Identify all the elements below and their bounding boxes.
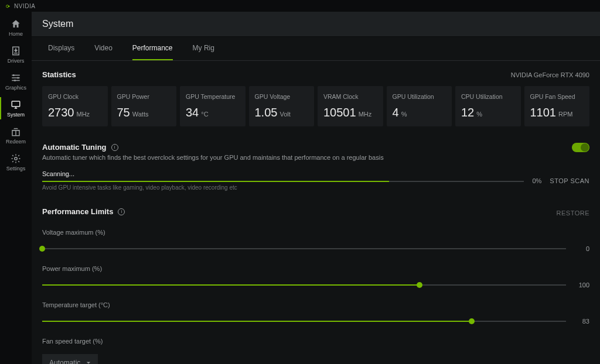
tab-displays[interactable]: Displays xyxy=(48,37,74,60)
download-icon xyxy=(11,46,21,56)
svg-rect-3 xyxy=(12,101,20,107)
stop-scan-button[interactable]: STOP SCAN xyxy=(550,177,589,184)
slider-value: 100 xyxy=(573,281,589,289)
stat-unit: Watts xyxy=(132,111,149,118)
svg-point-1 xyxy=(17,77,19,78)
sidebar-item-redeem[interactable]: Redeem xyxy=(0,122,32,149)
stat-value: 1.05 xyxy=(255,106,278,119)
stat-label: GPU Power xyxy=(117,93,171,100)
tab-my-rig[interactable]: My Rig xyxy=(193,37,214,60)
stat-card: GPU Clock2730MHz xyxy=(42,86,108,126)
sidebar-item-label: Settings xyxy=(6,166,26,171)
stat-value: 10501 xyxy=(323,106,356,119)
sidebar-item-home[interactable]: Home xyxy=(0,14,32,41)
restore-button[interactable]: RESTORE xyxy=(557,210,589,217)
fan-speed-label: Fan speed target (%) xyxy=(42,338,589,345)
stat-value: 2730 xyxy=(48,106,74,119)
slider-fill xyxy=(42,284,420,286)
monitor-icon xyxy=(11,99,21,110)
info-icon[interactable]: i xyxy=(118,208,125,215)
stat-value: 75 xyxy=(117,106,130,119)
svg-point-5 xyxy=(15,157,18,160)
performance-limits-title: Performance Limits xyxy=(42,207,113,216)
sidebar-item-label: Home xyxy=(9,31,23,37)
scan-hint: Avoid GPU intensive tasks like gaming, v… xyxy=(42,184,524,191)
sidebar-item-label: Redeem xyxy=(6,139,26,145)
fan-speed-row: Fan speed target (%) Automatic xyxy=(42,338,589,364)
stat-label: GPU Voltage xyxy=(255,93,309,100)
slider-label: Temperature target (°C) xyxy=(42,301,589,308)
slider-track[interactable] xyxy=(42,248,566,249)
gift-icon xyxy=(11,126,21,137)
performance-limits-section: Performance Limits i RESTORE Voltage max… xyxy=(42,207,589,364)
stat-label: GPU Clock xyxy=(48,93,102,100)
sidebar-item-graphics[interactable]: Graphics xyxy=(0,68,32,95)
stat-unit: MHz xyxy=(77,111,90,118)
chevron-down-icon xyxy=(86,360,91,364)
brand-bar: NVIDIA xyxy=(0,0,600,12)
stat-unit: Volt xyxy=(279,111,290,118)
slider-track[interactable] xyxy=(42,284,566,286)
scan-progress-fill xyxy=(42,181,389,182)
stat-label: GPU Utilization xyxy=(393,93,446,100)
stat-card: GPU Power75Watts xyxy=(111,86,177,126)
main: System Displays Video Performance My Rig… xyxy=(32,12,600,364)
slider-track[interactable] xyxy=(42,321,566,322)
slider-fill xyxy=(42,321,472,322)
slider-value: 83 xyxy=(573,318,589,325)
statistics-grid: GPU Clock2730MHzGPU Power75WattsGPU Temp… xyxy=(42,86,589,126)
automatic-tuning-title: Automatic Tuning xyxy=(42,143,107,152)
fan-speed-selected: Automatic xyxy=(49,359,80,364)
slider-row: Voltage maximum (%)0 xyxy=(42,229,589,252)
page-title: System xyxy=(42,19,589,29)
tab-video[interactable]: Video xyxy=(94,37,112,60)
scanning-label: Scanning... xyxy=(42,170,524,177)
gpu-name: NVIDIA GeForce RTX 4090 xyxy=(511,71,589,78)
slider-label: Power maximum (%) xyxy=(42,265,589,272)
scan-progress-track xyxy=(42,181,524,182)
stat-value: 34 xyxy=(186,106,199,119)
stat-label: VRAM Clock xyxy=(323,93,377,100)
stat-value: 4 xyxy=(393,106,399,119)
stat-unit: % xyxy=(401,111,407,118)
stat-value: 1101 xyxy=(530,106,557,119)
stat-unit: °C xyxy=(201,111,208,118)
stat-card: GPU Utilization4% xyxy=(387,86,452,126)
slider-row: Temperature target (°C)83 xyxy=(42,301,589,325)
sidebar-item-settings[interactable]: Settings xyxy=(0,149,32,176)
content: Statistics NVIDIA GeForce RTX 4090 GPU C… xyxy=(32,61,600,364)
sidebar-item-system[interactable]: System xyxy=(0,95,32,122)
tab-performance[interactable]: Performance xyxy=(132,37,173,60)
stat-card: GPU Voltage1.05Volt xyxy=(249,86,315,126)
stat-label: GPU Temperature xyxy=(186,93,240,100)
stat-unit: MHz xyxy=(359,111,372,118)
automatic-tuning-description: Automatic tuner which finds the best ove… xyxy=(42,154,384,161)
sidebar-item-label: Drivers xyxy=(8,58,25,64)
svg-point-2 xyxy=(14,80,16,81)
fan-speed-dropdown[interactable]: Automatic xyxy=(42,354,98,364)
brand-text: NVIDIA xyxy=(14,3,35,9)
sidebar-item-label: System xyxy=(7,112,25,118)
automatic-tuning-toggle[interactable] xyxy=(572,143,589,152)
stat-unit: % xyxy=(476,111,482,118)
nvidia-logo-icon xyxy=(6,3,12,9)
svg-point-0 xyxy=(13,74,15,76)
statistics-heading: Statistics xyxy=(42,70,76,79)
slider-thumb[interactable] xyxy=(39,246,45,252)
slider-thumb[interactable] xyxy=(417,282,422,288)
sidebar-item-label: Graphics xyxy=(5,85,26,91)
automatic-tuning-section: Automatic Tuning i Automatic tuner which… xyxy=(42,143,589,191)
slider-thumb[interactable] xyxy=(469,318,475,324)
stat-value: 12 xyxy=(461,106,474,119)
slider-value: 0 xyxy=(573,245,589,252)
stat-unit: RPM xyxy=(558,111,572,118)
info-icon[interactable]: i xyxy=(111,144,118,151)
sliders-icon xyxy=(11,73,21,83)
sidebar-item-drivers[interactable]: Drivers xyxy=(0,41,32,68)
slider-label: Voltage maximum (%) xyxy=(42,229,589,236)
stat-card: CPU Utilization12% xyxy=(455,86,521,126)
stat-card: GPU Fan Speed1101RPM xyxy=(524,86,590,126)
stat-card: VRAM Clock10501MHz xyxy=(318,86,383,126)
gear-icon xyxy=(11,153,21,164)
home-icon xyxy=(11,19,21,29)
